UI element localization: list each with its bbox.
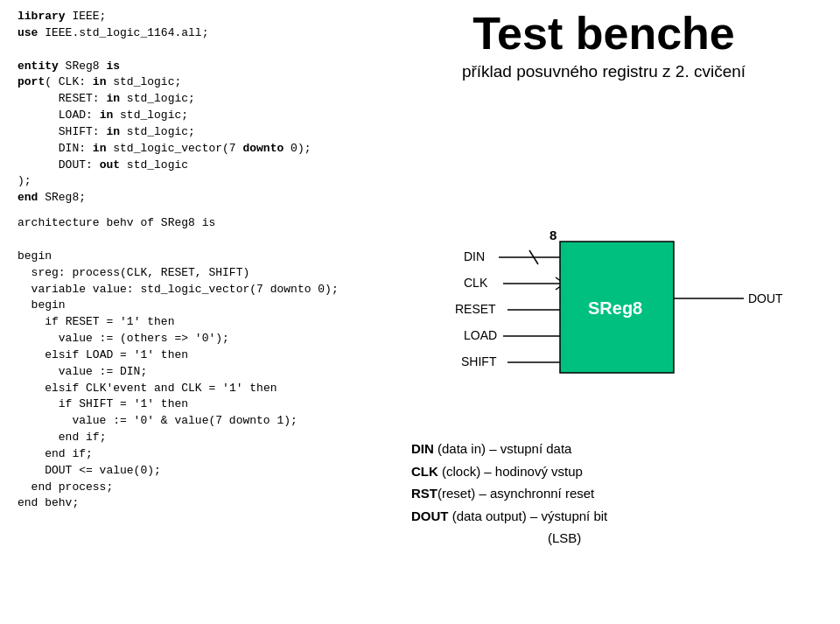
desc-rst: RST(reset) – asynchronní reset	[411, 482, 607, 505]
clk-label: CLK	[464, 276, 488, 290]
desc-din: DIN (data in) – vstupní data	[411, 438, 607, 460]
desc-lsb: (LSB)	[411, 527, 607, 550]
dout-label: DOUT	[748, 291, 783, 305]
load-label: LOAD	[464, 328, 497, 342]
code-top-block: library IEEE; use IEEE.std_logic_1164.al…	[18, 9, 368, 207]
din-label: DIN	[464, 249, 485, 263]
main-title: Test benche	[385, 9, 822, 59]
code-bottom-block: architecture behv of SReg8 is begin sreg…	[18, 215, 402, 615]
title-area: Test benche příklad posuvného registru z…	[368, 9, 822, 81]
reset-label: RESET	[455, 302, 496, 316]
diagram-svg-container: 8 DIN CLK	[411, 215, 822, 420]
shift-label: SHIFT	[461, 354, 497, 368]
description-block: DIN (data in) – vstupní data CLK (clock)…	[411, 438, 607, 550]
component-label: SReg8	[588, 298, 642, 318]
circuit-diagram: 8 DIN CLK	[411, 215, 814, 417]
desc-dout: DOUT (data output) – výstupní bit	[411, 505, 607, 528]
bus-width-label: 8	[550, 228, 556, 242]
page: library IEEE; use IEEE.std_logic_1164.al…	[0, 0, 840, 624]
diagram-area: 8 DIN CLK	[402, 215, 822, 615]
header: library IEEE; use IEEE.std_logic_1164.al…	[18, 9, 822, 207]
desc-clk: CLK (clock) – hodinový vstup	[411, 460, 607, 483]
subtitle: příklad posuvného registru z 2. cvičení	[385, 62, 822, 81]
main-content: architecture behv of SReg8 is begin sreg…	[18, 215, 822, 615]
